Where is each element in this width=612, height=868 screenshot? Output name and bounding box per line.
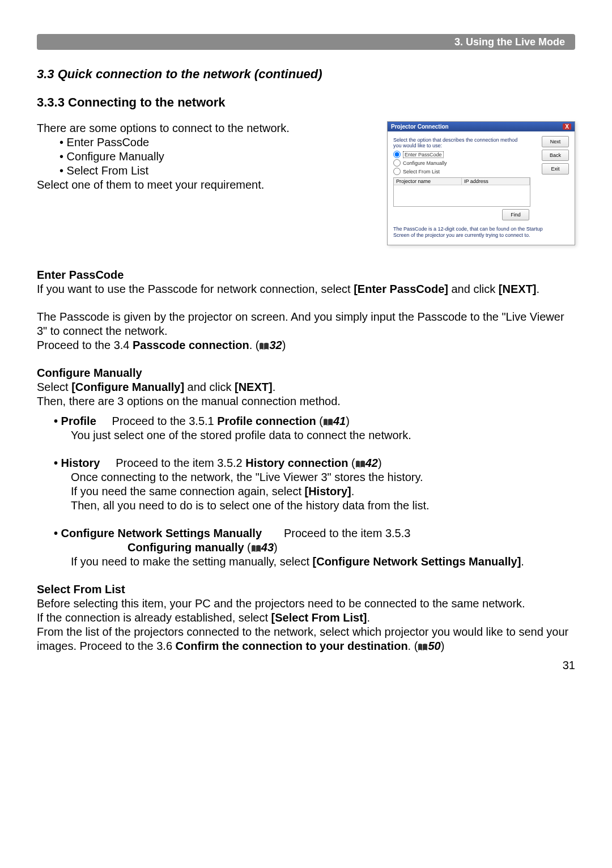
profile-desc: You just select one of the stored profil… (37, 428, 575, 442)
col-ip-address: IP address (462, 178, 530, 185)
dialog-footer-text: The PassCode is a 12-digit code, that ca… (393, 226, 569, 239)
manual-desc: If you need to make the setting manually… (37, 555, 575, 569)
book-icon (259, 342, 269, 350)
book-icon (251, 544, 261, 552)
radio-input[interactable] (393, 159, 401, 167)
page-number: 31 (37, 659, 575, 672)
enter-passcode-para2: The Passcode is given by the projector o… (37, 310, 575, 352)
book-icon (418, 643, 428, 651)
radio-input[interactable] (393, 151, 401, 158)
book-icon (323, 418, 333, 426)
projector-list[interactable]: Projector name IP address (393, 177, 530, 207)
projector-connection-dialog: Projector Connection X Next Back Exit Se… (387, 121, 575, 245)
profile-bullet: • Profile Proceed to the 3.5.1 Profile c… (37, 414, 575, 428)
exit-button[interactable]: Exit (542, 163, 569, 175)
next-button[interactable]: Next (542, 136, 569, 147)
section-title: 3.3 Quick connection to the network (con… (37, 67, 575, 82)
dialog-title-text: Projector Connection (391, 124, 449, 130)
col-projector-name: Projector name (394, 178, 462, 185)
select-from-list-section: Select From List Before selecting this i… (37, 582, 575, 653)
close-icon[interactable]: X (563, 124, 571, 130)
find-button[interactable]: Find (502, 209, 529, 220)
manual-bullet: • Configure Network Settings Manually Pr… (37, 526, 575, 555)
subsection-title: 3.3.3 Connecting to the network (37, 95, 575, 110)
header-bar: 3. Using the Live Mode (37, 34, 575, 50)
radio-input[interactable] (393, 168, 401, 175)
history-desc: Once connecting to the network, the "Liv… (37, 470, 575, 513)
chapter-label: 3. Using the Live Mode (454, 36, 565, 48)
back-button[interactable]: Back (542, 150, 569, 161)
book-icon (355, 460, 366, 468)
configure-manually-section: Configure Manually Select [Configure Man… (37, 366, 575, 409)
enter-passcode-section: Enter PassCode If you want to use the Pa… (37, 268, 575, 296)
history-bullet: • History Proceed to the item 3.5.2 Hist… (37, 456, 575, 470)
